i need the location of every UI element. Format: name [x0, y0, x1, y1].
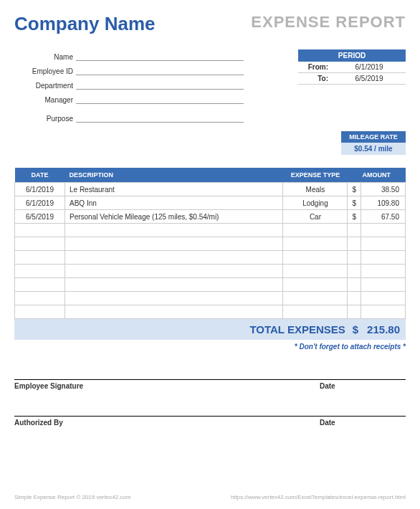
table-row: 6/1/2019ABQ InnLodging$109.80 — [15, 196, 406, 210]
cell-amount[interactable] — [361, 251, 406, 265]
table-row: 6/5/2019Personal Vehicle Mileage (125 mi… — [15, 210, 406, 224]
cell-description[interactable] — [65, 292, 283, 305]
expense-table: DATE DESCRIPTION EXPENSE TYPE AMOUNT 6/1… — [14, 168, 406, 319]
manager-field[interactable] — [76, 94, 244, 104]
cell-description[interactable]: Le Restaurant — [65, 183, 283, 196]
cell-currency — [348, 224, 361, 237]
cell-description[interactable] — [65, 278, 283, 292]
cell-amount[interactable] — [361, 278, 406, 292]
cell-description[interactable] — [65, 305, 283, 319]
cell-currency: $ — [348, 210, 361, 224]
table-row — [15, 305, 406, 319]
cell-currency — [348, 237, 361, 251]
employee-signature-label: Employee Signature — [14, 382, 320, 390]
cell-currency — [348, 292, 361, 305]
col-amount-header: AMOUNT — [348, 168, 406, 183]
cell-date[interactable] — [15, 305, 65, 319]
purpose-label: Purpose — [14, 115, 76, 123]
cell-amount[interactable] — [361, 292, 406, 305]
cell-amount[interactable]: 109.80 — [361, 196, 406, 210]
cell-amount[interactable]: 67.50 — [361, 210, 406, 224]
cell-type[interactable]: Car — [283, 210, 348, 224]
cell-description[interactable] — [65, 251, 283, 265]
cell-description[interactable] — [65, 265, 283, 278]
cell-currency — [348, 278, 361, 292]
total-currency: $ — [353, 323, 358, 336]
employee-signature-date-label: Date — [320, 382, 406, 390]
footer-copyright: Simple Expense Report © 2019 vertex42.co… — [14, 494, 130, 500]
cell-description[interactable]: Personal Vehicle Mileage (125 miles, $0.… — [65, 210, 283, 224]
report-title: EXPENSE REPORT — [251, 13, 406, 32]
cell-currency — [348, 305, 361, 319]
cell-type[interactable]: Lodging — [283, 196, 348, 210]
total-label: TOTAL EXPENSES — [249, 323, 345, 336]
purpose-field[interactable] — [76, 113, 244, 123]
company-name: Company Name — [14, 13, 156, 35]
footer-url: https://www.vertex42.com/ExcelTemplates/… — [231, 494, 406, 500]
col-type-header: EXPENSE TYPE — [283, 168, 348, 183]
cell-type[interactable] — [283, 237, 348, 251]
cell-currency — [348, 251, 361, 265]
col-date-header: DATE — [15, 168, 65, 183]
cell-amount[interactable]: 38.50 — [361, 183, 406, 196]
table-row: 6/1/2019Le RestaurantMeals$38.50 — [15, 183, 406, 196]
cell-date[interactable] — [15, 278, 65, 292]
cell-description[interactable] — [65, 237, 283, 251]
cell-type[interactable]: Meals — [283, 183, 348, 196]
receipts-note: * Don't forget to attach receipts * — [14, 343, 406, 351]
cell-date[interactable]: 6/5/2019 — [15, 210, 65, 224]
cell-amount[interactable] — [361, 237, 406, 251]
cell-currency — [348, 265, 361, 278]
cell-type[interactable] — [283, 278, 348, 292]
mileage-header: MILEAGE RATE — [341, 131, 406, 143]
cell-date[interactable] — [15, 237, 65, 251]
authorized-date-label: Date — [320, 419, 406, 427]
table-row — [15, 251, 406, 265]
name-field[interactable] — [76, 51, 244, 61]
cell-amount[interactable] — [361, 265, 406, 278]
period-from-value: 6/1/2019 — [333, 63, 406, 71]
employee-id-field[interactable] — [76, 65, 244, 75]
cell-date[interactable] — [15, 265, 65, 278]
cell-date[interactable]: 6/1/2019 — [15, 183, 65, 196]
mileage-value: $0.54 / mile — [341, 143, 406, 155]
cell-date[interactable]: 6/1/2019 — [15, 196, 65, 210]
cell-date[interactable] — [15, 251, 65, 265]
employee-id-label: Employee ID — [14, 67, 76, 75]
cell-type[interactable] — [283, 305, 348, 319]
manager-label: Manager — [14, 96, 76, 104]
cell-date[interactable] — [15, 224, 65, 237]
period-from-label: From: — [298, 63, 333, 71]
table-row — [15, 278, 406, 292]
cell-type[interactable] — [283, 292, 348, 305]
cell-currency: $ — [348, 196, 361, 210]
total-row: TOTAL EXPENSES $ 215.80 — [14, 319, 406, 340]
period-to-label: To: — [298, 75, 333, 82]
department-label: Department — [14, 82, 76, 90]
table-row — [15, 265, 406, 278]
cell-type[interactable] — [283, 251, 348, 265]
cell-type[interactable] — [283, 224, 348, 237]
cell-description[interactable]: ABQ Inn — [65, 196, 283, 210]
period-header: PERIOD — [298, 49, 406, 62]
name-label: Name — [14, 53, 76, 61]
cell-type[interactable] — [283, 265, 348, 278]
table-row — [15, 292, 406, 305]
period-to-value: 6/5/2019 — [333, 75, 406, 82]
cell-description[interactable] — [65, 224, 283, 237]
cell-currency: $ — [348, 183, 361, 196]
authorized-by-label: Authorized By — [14, 419, 320, 427]
total-amount: 215.80 — [367, 323, 400, 336]
cell-amount[interactable] — [361, 305, 406, 319]
col-desc-header: DESCRIPTION — [65, 168, 283, 183]
department-field[interactable] — [76, 80, 244, 90]
cell-amount[interactable] — [361, 224, 406, 237]
table-row — [15, 237, 406, 251]
cell-date[interactable] — [15, 292, 65, 305]
table-row — [15, 224, 406, 237]
